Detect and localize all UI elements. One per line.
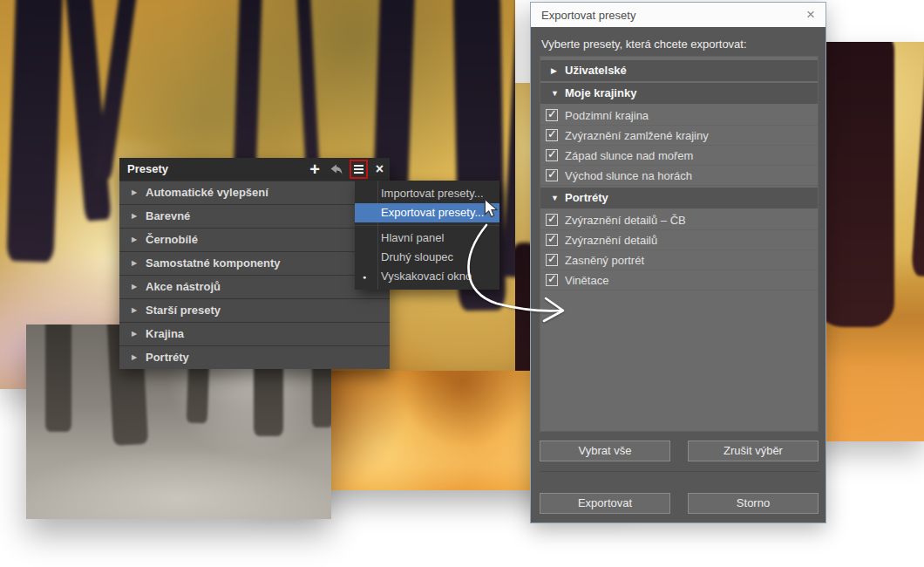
checkmark-icon: ✓ bbox=[547, 127, 557, 140]
panel-close-icon[interactable]: × bbox=[374, 162, 385, 176]
preset-group-row-akce-nastroju[interactable]: ▶ Akce nástrojů bbox=[119, 276, 390, 298]
tree-trunk-shape bbox=[6, 0, 63, 262]
dialog-close-icon[interactable]: × bbox=[803, 6, 819, 24]
panel-title: Presety bbox=[127, 162, 168, 175]
chevron-down-icon: ▼ bbox=[551, 89, 559, 98]
preset-item-zvyrazneni-detailu[interactable]: ✓ Zvýraznění detailů bbox=[540, 230, 818, 250]
group-label: Uživatelské bbox=[565, 64, 627, 77]
preset-item-label: Zvýraznění zamlžené krajiny bbox=[565, 129, 709, 142]
chevron-right-icon: ▶ bbox=[132, 283, 137, 290]
group-header-moje-krajinky[interactable]: ▼ Moje krajinky bbox=[540, 83, 818, 104]
preset-item-label: Zvýraznění detailů – ČB bbox=[565, 214, 686, 227]
chevron-right-icon: ▶ bbox=[132, 353, 137, 361]
page-background: Presety + × ▶ Automatické vylepšení bbox=[0, 0, 924, 567]
chevron-right-icon: ▶ bbox=[132, 188, 137, 196]
preset-item-label: Podzimní krajina bbox=[565, 109, 649, 122]
tree-trunk-shape bbox=[45, 324, 71, 432]
preset-group-label: Krajina bbox=[146, 327, 184, 340]
export-button[interactable]: Exportovat bbox=[540, 493, 670, 514]
preset-item-label: Východ slunce na horách bbox=[565, 169, 692, 182]
preset-group-row-automaticke-vylepseni[interactable]: ▶ Automatické vylepšení bbox=[119, 181, 390, 204]
preset-item-vinetace[interactable]: ✓ Vinětace bbox=[540, 270, 818, 290]
tree-trunk-shape bbox=[911, 42, 924, 277]
dialog-divider bbox=[540, 471, 819, 472]
curved-arrow-annotation bbox=[453, 205, 580, 327]
preset-item-zapad-slunce-nad-morem[interactable]: ✓ Západ slunce nad mořem bbox=[540, 146, 818, 166]
menu-bar-line bbox=[354, 165, 363, 167]
checkmark-icon: ✓ bbox=[547, 147, 557, 161]
selection-buttons: Vybrat vše Zrušit výběr bbox=[540, 441, 819, 461]
preset-group-label: Portréty bbox=[146, 351, 189, 364]
checkmark-icon: ✓ bbox=[547, 167, 557, 181]
group-label: Portréty bbox=[565, 191, 608, 204]
menu-bar-line bbox=[354, 168, 363, 170]
preset-group-label: Černobílé bbox=[146, 233, 198, 246]
preset-item-podzimni-krajina[interactable]: ✓ Podzimní krajina bbox=[540, 106, 818, 126]
dialog-title: Exportovat presety bbox=[541, 9, 635, 22]
preset-group-label: Barevné bbox=[146, 209, 190, 222]
chevron-right-icon: ▶ bbox=[551, 66, 557, 75]
group-header-uzivatelske[interactable]: ▶ Uživatelské bbox=[540, 60, 818, 81]
dialog-prompt: Vyberte presety, která chcete exportovat… bbox=[541, 38, 747, 51]
panel-menu-icon[interactable] bbox=[350, 160, 368, 179]
action-buttons: Exportovat Storno bbox=[540, 493, 819, 514]
preset-group-row-samostatne-komponenty[interactable]: ▶ Samostatné komponenty bbox=[119, 252, 390, 275]
group-header-portrety[interactable]: ▼ Portréty bbox=[540, 188, 818, 208]
chevron-right-icon: ▶ bbox=[132, 212, 137, 220]
preset-group-row-starsi-presety[interactable]: ▶ Starší presety bbox=[119, 299, 390, 322]
menu-bar-line bbox=[354, 172, 363, 174]
group-label: Moje krajinky bbox=[565, 86, 636, 99]
dialog-titlebar[interactable]: Exportovat presety × bbox=[531, 3, 825, 27]
mouse-cursor bbox=[483, 199, 502, 220]
chevron-down-icon: ▼ bbox=[551, 194, 559, 202]
preset-group-row-portrety[interactable]: ▶ Portréty bbox=[119, 346, 390, 369]
preset-selection-list: ▶ Uživatelské ▼ Moje krajinky ✓ Podzimní… bbox=[540, 56, 819, 432]
cancel-button[interactable]: Storno bbox=[688, 493, 819, 514]
preset-group-list: ▶ Automatické vylepšení ▶ Barevné ▶ Čern… bbox=[119, 181, 390, 369]
preset-group-label: Starší presety bbox=[146, 304, 221, 317]
add-preset-icon[interactable]: + bbox=[307, 161, 323, 177]
chevron-right-icon: ▶ bbox=[132, 236, 137, 243]
menu-item-importovat-presety[interactable]: Importovat presety... bbox=[355, 184, 499, 203]
presets-panel-header: Presety + × bbox=[119, 158, 390, 181]
tree-trunk-shape bbox=[94, 0, 139, 180]
panel-toolbar: + × bbox=[307, 158, 385, 181]
chevron-right-icon: ▶ bbox=[132, 306, 137, 314]
preset-group-row-krajina[interactable]: ▶ Krajina bbox=[119, 323, 390, 345]
chevron-right-icon: ▶ bbox=[132, 330, 137, 338]
preset-item-label: Západ slunce nad mořem bbox=[565, 149, 693, 162]
deselect-all-button[interactable]: Zrušit výběr bbox=[688, 441, 819, 461]
preset-group-label: Akce nástrojů bbox=[146, 280, 221, 293]
preset-item-zvyrazneni-zamlzene-krajiny[interactable]: ✓ Zvýraznění zamlžené krajiny bbox=[540, 126, 818, 146]
presets-panel: Presety + × ▶ Automatické vylepšení bbox=[119, 158, 390, 369]
preset-group-row-cernobile[interactable]: ▶ Černobílé bbox=[119, 229, 390, 251]
preset-item-zvyrazneni-detailu-cb[interactable]: ✓ Zvýraznění detailů – ČB bbox=[540, 210, 818, 230]
preset-group-label: Automatické vylepšení bbox=[146, 186, 268, 199]
tree-trunk-shape bbox=[296, 0, 319, 171]
checkmark-icon: ✓ bbox=[547, 107, 557, 120]
bullet-icon: ● bbox=[363, 274, 366, 280]
select-all-button[interactable]: Vybrat vše bbox=[540, 441, 670, 461]
preset-item-vychod-slunce-na-horach[interactable]: ✓ Východ slunce na horách bbox=[540, 166, 818, 186]
preset-item-zasneny-portret[interactable]: ✓ Zasněný portrét bbox=[540, 250, 818, 270]
chevron-right-icon: ▶ bbox=[132, 259, 137, 267]
preset-group-label: Samostatné komponenty bbox=[146, 256, 281, 270]
preset-group-row-barevne[interactable]: ▶ Barevné bbox=[119, 205, 390, 228]
undo-icon[interactable] bbox=[329, 163, 343, 176]
